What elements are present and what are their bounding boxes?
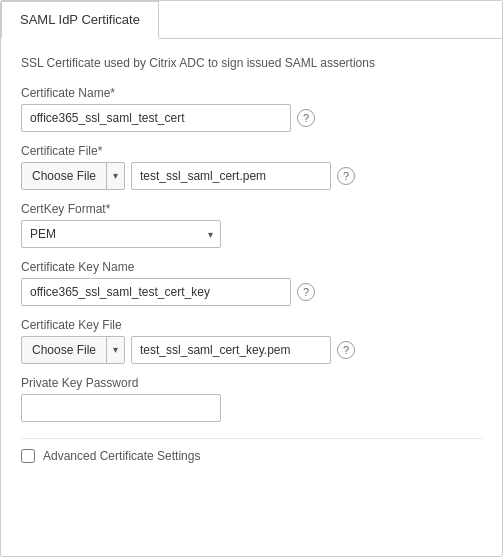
cert-name-input[interactable] — [21, 104, 291, 132]
form-content: SSL Certificate used by Citrix ADC to si… — [1, 39, 502, 489]
tab-label: SAML IdP Certificate — [20, 12, 140, 27]
cert-key-file-help-icon[interactable]: ? — [337, 341, 355, 359]
form-description: SSL Certificate used by Citrix ADC to si… — [21, 55, 482, 72]
cert-key-name-help-icon[interactable]: ? — [297, 283, 315, 301]
help-icon-text: ? — [343, 170, 349, 182]
cert-name-input-row: ? — [21, 104, 482, 132]
private-key-password-group: Private Key Password — [21, 376, 482, 422]
cert-key-name-input[interactable] — [21, 278, 291, 306]
cert-key-file-input-row: Choose File ▾ ? — [21, 336, 482, 364]
cert-key-file-group: Certificate Key File Choose File ▾ ? — [21, 318, 482, 364]
cert-name-label: Certificate Name* — [21, 86, 482, 100]
private-key-password-label: Private Key Password — [21, 376, 482, 390]
cert-key-file-name-input[interactable] — [131, 336, 331, 364]
cert-key-name-label: Certificate Key Name — [21, 260, 482, 274]
cert-file-input-row: Choose File ▾ ? — [21, 162, 482, 190]
cert-key-name-input-row: ? — [21, 278, 482, 306]
tab-saml-idp-certificate[interactable]: SAML IdP Certificate — [1, 1, 159, 39]
certkey-format-select[interactable]: PEM DER — [21, 220, 221, 248]
certkey-format-label: CertKey Format* — [21, 202, 482, 216]
advanced-settings-row: Advanced Certificate Settings — [21, 438, 482, 473]
advanced-settings-label[interactable]: Advanced Certificate Settings — [43, 449, 200, 463]
help-icon-text: ? — [343, 344, 349, 356]
certkey-format-dropdown-wrapper: PEM DER ▾ — [21, 220, 221, 248]
cert-file-chevron-icon: ▾ — [107, 163, 124, 189]
cert-file-help-icon[interactable]: ? — [337, 167, 355, 185]
private-key-password-input[interactable] — [21, 394, 221, 422]
cert-file-choose-label: Choose File — [22, 163, 107, 189]
help-icon-text: ? — [303, 112, 309, 124]
cert-file-choose-button[interactable]: Choose File ▾ — [21, 162, 125, 190]
cert-name-group: Certificate Name* ? — [21, 86, 482, 132]
cert-file-label: Certificate File* — [21, 144, 482, 158]
certkey-format-group: CertKey Format* PEM DER ▾ — [21, 202, 482, 248]
cert-name-help-icon[interactable]: ? — [297, 109, 315, 127]
cert-key-file-label: Certificate Key File — [21, 318, 482, 332]
cert-key-file-chevron-icon: ▾ — [107, 337, 124, 363]
advanced-settings-checkbox[interactable] — [21, 449, 35, 463]
saml-idp-certificate-card: SAML IdP Certificate SSL Certificate use… — [0, 0, 503, 557]
help-icon-text: ? — [303, 286, 309, 298]
tab-header: SAML IdP Certificate — [1, 1, 502, 39]
cert-file-name-input[interactable] — [131, 162, 331, 190]
cert-key-name-group: Certificate Key Name ? — [21, 260, 482, 306]
cert-key-file-choose-label: Choose File — [22, 337, 107, 363]
cert-file-group: Certificate File* Choose File ▾ ? — [21, 144, 482, 190]
cert-key-file-choose-button[interactable]: Choose File ▾ — [21, 336, 125, 364]
